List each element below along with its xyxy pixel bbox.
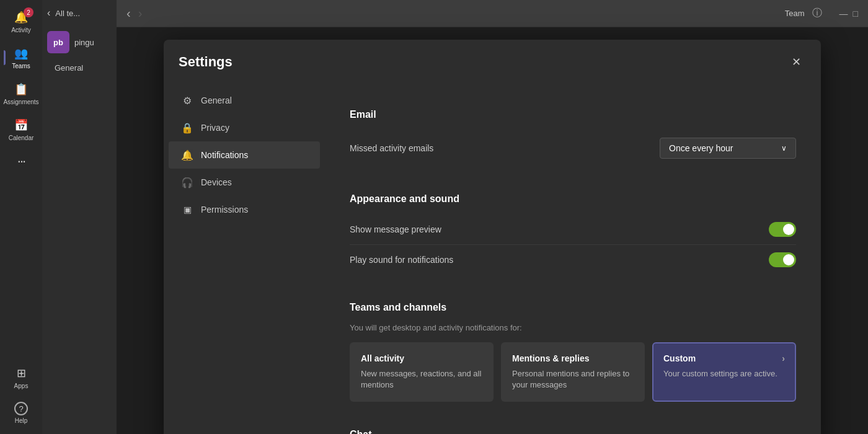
- notifications-icon: 🔔: [181, 149, 193, 161]
- info-icon[interactable]: ⓘ: [812, 7, 822, 20]
- all-activity-card[interactable]: All activity New messages, reactions, an…: [350, 342, 494, 402]
- settings-modal: Settings ✕ ⚙ General 🔒 Privacy 🔔: [164, 40, 821, 434]
- sidebar-item-more[interactable]: ···: [4, 149, 38, 174]
- avatar: pb: [47, 31, 69, 53]
- appearance-section: Appearance and sound Show message previe…: [350, 184, 796, 275]
- show-preview-label: Show message preview: [350, 224, 441, 234]
- team-name: pingu: [74, 38, 94, 47]
- mentions-replies-title: Mentions & replies: [512, 353, 634, 363]
- notification-cards-container: All activity New messages, reactions, an…: [350, 342, 796, 402]
- sidebar-item-calendar[interactable]: 📅 Calendar: [4, 113, 38, 146]
- appearance-section-title: Appearance and sound: [350, 184, 796, 205]
- chat-section-title: Chat: [350, 419, 796, 434]
- custom-title: Custom ›: [663, 353, 785, 363]
- app-sidebar: 🔔 2 Activity 👥 Teams 📋 Assignments 📅 Cal…: [0, 0, 42, 434]
- sidebar-item-help[interactable]: ? Help: [4, 397, 38, 429]
- modal-body: ⚙ General 🔒 Privacy 🔔 Notifications 🎧 De…: [164, 82, 821, 434]
- mentions-replies-card[interactable]: Mentions & replies Personal mentions and…: [501, 342, 645, 402]
- activity-label: Activity: [11, 27, 31, 33]
- nav-item-privacy[interactable]: 🔒 Privacy: [169, 114, 320, 141]
- teams-channels-section: Teams and channels You will get desktop …: [350, 292, 796, 402]
- help-label: Help: [15, 417, 28, 424]
- sidebar-item-apps[interactable]: ⊞ Apps: [4, 361, 38, 394]
- calendar-label: Calendar: [9, 135, 34, 141]
- nav-item-general[interactable]: ⚙ General: [169, 87, 320, 114]
- teams-icon: 👥: [14, 46, 29, 61]
- sidebar-item-teams[interactable]: 👥 Teams: [4, 41, 38, 74]
- play-sound-toggle[interactable]: [769, 252, 796, 267]
- team-entry[interactable]: pb pingu: [42, 26, 117, 58]
- modal-overlay: Settings ✕ ⚙ General 🔒 Privacy 🔔: [117, 27, 868, 434]
- custom-card[interactable]: Custom › Your custom settings are active…: [652, 342, 796, 402]
- permissions-icon: ▣: [181, 203, 193, 216]
- missed-activity-row: Missed activity emails Once every hour ∨: [350, 130, 796, 166]
- permissions-label: Permissions: [201, 205, 248, 215]
- email-section: Email Missed activity emails Once every …: [350, 99, 796, 166]
- mentions-replies-desc: Personal mentions and replies to your me…: [512, 368, 634, 391]
- settings-content: Email Missed activity emails Once every …: [325, 82, 821, 434]
- sidebar-item-activity[interactable]: 🔔 2 Activity: [4, 5, 38, 38]
- more-icon: ···: [14, 154, 29, 169]
- show-preview-row: Show message preview: [350, 215, 796, 245]
- channel-item[interactable]: General: [42, 58, 117, 78]
- chevron-down-icon: ∨: [781, 144, 787, 153]
- main-content-area: ‹ › Team ⓘ — □ Settings ✕ ⚙ General: [117, 0, 868, 434]
- back-icon[interactable]: ‹: [47, 7, 50, 19]
- all-teams-label: All te...: [55, 9, 80, 18]
- top-bar: ‹ › Team ⓘ — □: [117, 0, 868, 27]
- assignments-icon: 📋: [14, 82, 29, 97]
- window-maximize[interactable]: □: [853, 9, 858, 19]
- privacy-label: Privacy: [201, 123, 229, 133]
- chat-section: Chat Replies, mentions and reactions. Ed…: [350, 419, 796, 434]
- email-section-title: Email: [350, 99, 796, 120]
- modal-header: Settings ✕: [164, 40, 821, 82]
- custom-desc: Your custom settings are active.: [663, 368, 785, 379]
- missed-activity-label: Missed activity emails: [350, 143, 433, 153]
- settings-nav: ⚙ General 🔒 Privacy 🔔 Notifications 🎧 De…: [164, 82, 325, 434]
- teams-label: Teams: [12, 63, 30, 69]
- play-sound-row: Play sound for notifications: [350, 245, 796, 275]
- devices-label: Devices: [201, 177, 232, 187]
- assignments-label: Assignments: [3, 99, 38, 105]
- privacy-icon: 🔒: [181, 122, 193, 134]
- teams-panel-header: ‹ All te...: [42, 0, 117, 26]
- apps-icon: ⊞: [14, 366, 29, 381]
- team-label-top: Team: [785, 9, 805, 18]
- devices-icon: 🎧: [181, 176, 193, 188]
- nav-forward-icon[interactable]: ›: [138, 6, 143, 20]
- activity-badge: 2: [24, 7, 33, 17]
- help-icon: ?: [14, 402, 28, 415]
- notifications-label: Notifications: [201, 150, 248, 160]
- calendar-icon: 📅: [14, 118, 29, 133]
- all-activity-title: All activity: [361, 353, 482, 363]
- all-activity-desc: New messages, reactions, and all mention…: [361, 368, 482, 391]
- frequency-dropdown[interactable]: Once every hour ∨: [660, 138, 796, 159]
- frequency-value: Once every hour: [669, 143, 733, 153]
- close-button[interactable]: ✕: [786, 52, 806, 72]
- general-label: General: [201, 95, 232, 105]
- settings-title: Settings: [179, 54, 232, 70]
- nav-item-notifications[interactable]: 🔔 Notifications: [169, 141, 320, 169]
- teams-channels-title: Teams and channels: [350, 292, 796, 313]
- teams-panel: ‹ All te... pb pingu General: [42, 0, 117, 434]
- nav-item-devices[interactable]: 🎧 Devices: [169, 169, 320, 196]
- chevron-right-icon: ›: [782, 353, 785, 363]
- apps-label: Apps: [14, 383, 29, 389]
- nav-back-icon[interactable]: ‹: [126, 6, 131, 20]
- teams-channels-subtitle: You will get desktop and activity notifi…: [350, 323, 796, 332]
- show-preview-toggle[interactable]: [769, 222, 796, 237]
- window-minimize[interactable]: —: [839, 9, 848, 19]
- general-icon: ⚙: [181, 94, 193, 107]
- sidebar-item-assignments[interactable]: 📋 Assignments: [4, 77, 38, 110]
- nav-item-permissions[interactable]: ▣ Permissions: [169, 196, 320, 223]
- play-sound-label: Play sound for notifications: [350, 255, 453, 265]
